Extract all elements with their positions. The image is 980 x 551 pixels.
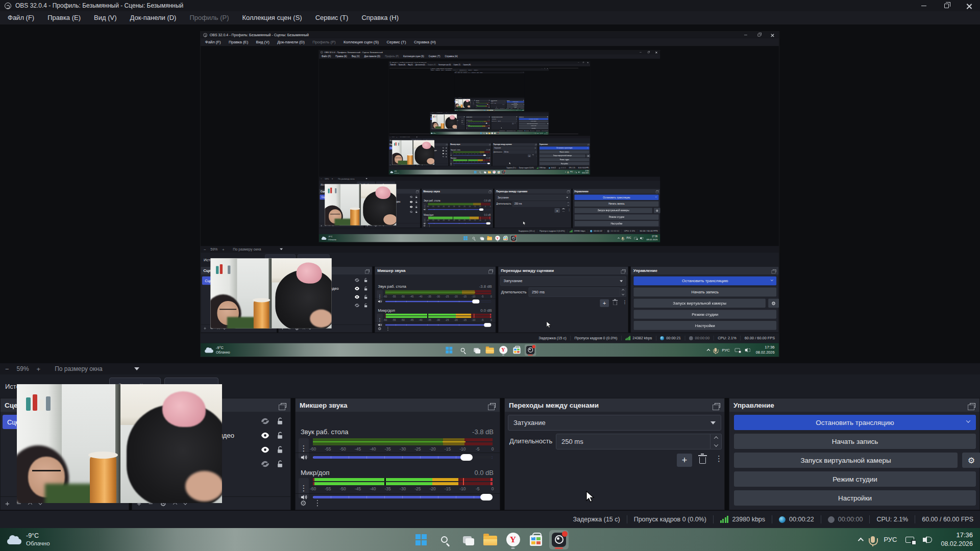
add-scene-button[interactable]: + bbox=[390, 164, 391, 165]
studio-mode-button[interactable]: Режим студии bbox=[633, 310, 776, 319]
hidden-icons-chevron[interactable] bbox=[565, 171, 566, 172]
dock-popout-icon[interactable] bbox=[366, 269, 370, 272]
remove-transition-icon[interactable] bbox=[504, 104, 505, 105]
menu-item-1[interactable]: Правка (E) bbox=[225, 38, 252, 46]
mixer-settings-icon[interactable]: ⚙ bbox=[424, 224, 426, 227]
preview-area[interactable]: OBS 32.0.4 - Профиль: Безымянный - Сцены… bbox=[0, 24, 980, 363]
zoom-in-button[interactable]: + bbox=[395, 136, 398, 138]
obs-taskbar-button[interactable] bbox=[497, 132, 499, 135]
yandex-browser-button[interactable] bbox=[503, 530, 523, 549]
taskbar-weather-widget[interactable]: -9°C Облачно bbox=[455, 109, 458, 111]
remove-transition-icon[interactable] bbox=[532, 155, 534, 157]
dock-popout-icon[interactable] bbox=[490, 403, 496, 408]
visibility-eye-slash-icon[interactable] bbox=[261, 418, 270, 424]
dock-popout-icon[interactable] bbox=[489, 190, 492, 192]
lock-open-icon[interactable] bbox=[277, 432, 283, 439]
dock-popout-icon[interactable] bbox=[568, 190, 570, 192]
obs-taskbar-button[interactable] bbox=[525, 344, 536, 356]
transitions-panel-header[interactable]: Переходы между сценами bbox=[499, 267, 628, 274]
studio-mode-button[interactable]: Режим студии bbox=[519, 125, 548, 127]
hidden-icons-chevron[interactable] bbox=[707, 348, 710, 352]
dock-popout-icon[interactable] bbox=[489, 269, 493, 272]
taskbar-clock[interactable]: 17:36 08.02.2026 bbox=[647, 235, 658, 241]
language-indicator[interactable]: РУС bbox=[627, 237, 631, 239]
network-icon[interactable] bbox=[735, 348, 740, 352]
visibility-eye-slash-icon[interactable] bbox=[461, 123, 462, 124]
taskbar-weather-widget[interactable]: -9°C Облачно bbox=[7, 528, 50, 551]
transition-select[interactable]: Затухание bbox=[500, 277, 626, 286]
menu-item-1[interactable]: Правка (E) bbox=[41, 11, 87, 24]
menu-item-3[interactable]: Док-панели (D) bbox=[362, 54, 383, 59]
add-transition-button[interactable]: + bbox=[512, 123, 514, 124]
network-icon[interactable] bbox=[905, 537, 914, 543]
chevron-down-icon[interactable] bbox=[523, 102, 524, 102]
lock-open-icon[interactable] bbox=[446, 156, 447, 157]
lock-open-icon[interactable] bbox=[474, 105, 475, 105]
microsoft-store-button[interactable] bbox=[511, 344, 522, 356]
dock-popout-icon[interactable] bbox=[588, 144, 589, 145]
stop-streaming-button[interactable]: Остановить трансляцию bbox=[633, 277, 776, 286]
restore-button[interactable] bbox=[645, 51, 652, 55]
microphone-in-use-icon[interactable] bbox=[568, 171, 569, 173]
visibility-eye-slash-icon[interactable] bbox=[354, 303, 359, 307]
menu-item-5[interactable]: Коллекция сцен (S) bbox=[401, 54, 427, 59]
settings-button[interactable]: Настройки bbox=[574, 221, 658, 226]
dock-popout-icon[interactable] bbox=[970, 403, 975, 408]
taskbar-weather-widget[interactable]: -9°C Облачно bbox=[322, 234, 336, 242]
fit-to-window-select[interactable]: По размеру окна bbox=[338, 178, 355, 180]
lock-open-icon[interactable] bbox=[446, 150, 447, 152]
controls-panel-header[interactable]: Управление bbox=[631, 267, 778, 274]
chevron-down-icon[interactable] bbox=[966, 418, 970, 422]
start-recording-button[interactable]: Начать запись bbox=[519, 120, 548, 122]
visibility-eye-slash-icon[interactable] bbox=[443, 156, 444, 158]
start-button[interactable] bbox=[444, 344, 455, 356]
visibility-eye-icon[interactable] bbox=[461, 120, 462, 121]
menu-item-7[interactable]: Справка (H) bbox=[410, 38, 439, 46]
minimize-button[interactable] bbox=[739, 32, 752, 38]
start-virtual-camera-button[interactable]: Запуск виртуальной камеры bbox=[633, 298, 765, 308]
visibility-eye-icon[interactable] bbox=[354, 286, 359, 290]
search-button[interactable] bbox=[434, 530, 454, 549]
volume-slider-handle[interactable] bbox=[472, 299, 479, 304]
start-recording-button[interactable]: Начать запись bbox=[540, 151, 589, 154]
menu-item-1[interactable]: Правка (E) bbox=[333, 54, 350, 59]
taskbar-clock[interactable]: 17:36 08.02.2026 bbox=[756, 345, 775, 355]
dock-popout-icon[interactable] bbox=[489, 117, 490, 117]
visibility-eye-slash-icon[interactable] bbox=[410, 211, 413, 213]
network-icon[interactable] bbox=[634, 237, 638, 239]
zoom-in-button[interactable]: + bbox=[219, 247, 227, 252]
webcam-preview-window[interactable] bbox=[432, 114, 457, 129]
dock-popout-icon[interactable] bbox=[773, 269, 776, 272]
network-icon[interactable] bbox=[540, 133, 541, 133]
settings-button[interactable]: Настройки bbox=[734, 490, 976, 506]
task-view-button[interactable] bbox=[471, 344, 482, 356]
dock-popout-icon[interactable] bbox=[715, 403, 720, 408]
volume-slider[interactable] bbox=[313, 456, 493, 459]
file-explorer-button[interactable] bbox=[484, 344, 495, 356]
menu-item-0[interactable]: Файл (F) bbox=[201, 38, 225, 46]
virtual-camera-settings-button[interactable]: ⚙ bbox=[654, 208, 660, 213]
chevron-down-icon[interactable] bbox=[655, 196, 657, 197]
lock-open-icon[interactable] bbox=[364, 294, 368, 299]
stop-streaming-button[interactable]: Остановить трансляцию bbox=[540, 146, 589, 149]
duration-input[interactable]: 250 ms bbox=[512, 201, 566, 207]
taskbar-weather-widget[interactable]: -9°C Облачно bbox=[205, 343, 230, 357]
start-virtual-camera-button[interactable]: Запуск виртуальной камеры bbox=[519, 122, 546, 124]
lock-open-icon[interactable] bbox=[463, 123, 464, 124]
volume-icon[interactable] bbox=[640, 237, 643, 239]
transition-select[interactable]: Затухание bbox=[496, 195, 570, 201]
dock-popout-icon[interactable] bbox=[489, 144, 491, 145]
stop-streaming-button[interactable]: Остановить трансляцию bbox=[574, 195, 658, 200]
mixer-options-icon[interactable]: ⋮ bbox=[428, 224, 431, 227]
menu-item-6[interactable]: Сервис (T) bbox=[383, 38, 410, 46]
mixer-settings-icon[interactable]: ⚙ bbox=[467, 129, 468, 130]
start-button[interactable] bbox=[480, 132, 482, 135]
file-explorer-button[interactable] bbox=[486, 235, 493, 241]
remove-transition-icon[interactable] bbox=[613, 302, 617, 306]
mixer-settings-icon[interactable]: ⚙ bbox=[300, 499, 307, 507]
transition-options-icon[interactable]: ⋮ bbox=[623, 300, 627, 305]
network-icon[interactable] bbox=[519, 110, 520, 111]
task-view-button[interactable] bbox=[483, 170, 487, 174]
spin-down-button[interactable] bbox=[620, 292, 626, 297]
preview-area[interactable]: OBS 32.0.4 - Профиль: Безымянный - Сцены… bbox=[430, 71, 549, 112]
